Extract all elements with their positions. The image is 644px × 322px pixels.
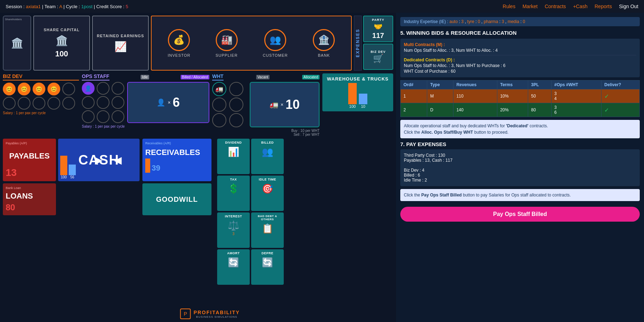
row1-rev: 110 bbox=[453, 89, 497, 103]
biz-dev-title: BIZ DEV bbox=[3, 73, 79, 80]
logo-p: P bbox=[184, 311, 187, 317]
ie-pharma-val: 3 bbox=[502, 19, 504, 24]
receivables-bars: 39 bbox=[145, 159, 209, 173]
cycle-val: 1post bbox=[81, 4, 92, 9]
receivables-label: RECEIVABLES bbox=[145, 148, 209, 157]
th-type: Type bbox=[427, 80, 453, 89]
check-2: ✓ bbox=[604, 107, 609, 113]
bar2 bbox=[359, 94, 367, 104]
shareholders-icon: 🏛️ bbox=[11, 37, 23, 49]
info1-pre: Allocate operational staff and buy dedic… bbox=[404, 123, 506, 128]
ie-tyre-val: 0 bbox=[478, 19, 480, 24]
ops-person-4 bbox=[82, 96, 95, 109]
tax-card: TAX 💲 bbox=[217, 176, 250, 211]
session-label: Session : bbox=[6, 4, 24, 9]
depre-title: DEPRE bbox=[253, 251, 282, 255]
right-expense-area: WAREHOUSE & TRUCKS 100 10 bbox=[322, 73, 393, 137]
row2-type: D bbox=[427, 103, 453, 117]
wht-3 bbox=[212, 98, 226, 112]
party-panel: PARTY 🤝 117 bbox=[363, 16, 393, 42]
row1-ord: 1 bbox=[401, 89, 427, 103]
nav-contracts[interactable]: Contracts bbox=[545, 4, 566, 9]
row1-pl3: 50 bbox=[528, 89, 551, 103]
th-terms: Terms bbox=[497, 80, 528, 89]
info-box-2: Click the Pay Ops Staff Billed button to… bbox=[400, 189, 640, 201]
arrow-right-icon: ▶ bbox=[95, 154, 103, 166]
exp-line2: Payables : 13, Cash : 117 bbox=[404, 158, 636, 163]
bar1-val: 100 bbox=[349, 104, 356, 109]
info1-dedicated: 'Dedicated' bbox=[506, 123, 529, 128]
bizdev-right-icon: 🛒 bbox=[373, 54, 384, 63]
row2-pl3: 80 bbox=[528, 103, 551, 117]
ie-sep3: , bbox=[505, 19, 508, 24]
wht-content: 🚛 🚛 × 10 bbox=[212, 82, 320, 127]
wht-allocated-icon: 🚛 bbox=[270, 100, 278, 109]
dedicated-text1: Num Ops Staff to Alloc. : 3, Num WHT to … bbox=[404, 63, 636, 68]
loans-value: 80 bbox=[6, 202, 53, 212]
pay-ops-staff-billed-button[interactable]: Pay Ops Staff Billed bbox=[400, 207, 640, 222]
ie-auto-label: auto bbox=[450, 19, 458, 24]
tax-title: TAX bbox=[219, 178, 248, 181]
cash-box: 100 56 ▶ CASH ◀ bbox=[58, 139, 140, 181]
th-revenues: Revenues bbox=[453, 80, 497, 89]
ie-tyre-sep: : bbox=[475, 19, 478, 24]
amort-title: AMORT bbox=[219, 251, 248, 255]
exp-line4: Billed : 6 bbox=[404, 173, 636, 178]
ops-header: OPS STAFF Idle Billed / Allocated bbox=[82, 73, 209, 80]
rec-bar bbox=[145, 159, 150, 173]
exp-line5: Idle Time : 2 bbox=[404, 178, 636, 183]
investor-label: INVESTOR bbox=[168, 53, 190, 57]
cycle-label: | Cycle : bbox=[63, 4, 81, 9]
th-ord: Ord# bbox=[401, 80, 427, 89]
receivables-value: 39 bbox=[152, 163, 160, 173]
logo-sub: BUSINESS SIMULATIONS bbox=[193, 315, 240, 318]
arrow-left-icon: ◀ bbox=[114, 154, 122, 166]
cash-bar1 bbox=[60, 156, 67, 175]
info1b-post: button to proceed. bbox=[474, 130, 509, 135]
party-panel-title: PARTY bbox=[372, 18, 384, 22]
party-num: 117 bbox=[372, 32, 384, 40]
person-9 bbox=[47, 97, 60, 110]
cash-bar2 bbox=[69, 165, 76, 175]
session-info: Session : axiata1 | Team : A | Cycle : 1… bbox=[6, 4, 128, 9]
exp-line1: Third Party Cost : 130 bbox=[404, 153, 636, 158]
info-box-1: Allocate operational staff and buy dedic… bbox=[400, 120, 640, 138]
multi-label: Multi Contracts (M) : bbox=[404, 42, 636, 47]
logo-area: P PROFITABILITY BUSINESS SIMULATIONS bbox=[180, 309, 240, 319]
wht-6 bbox=[229, 113, 243, 127]
payables-box: Payables (A/P) PAYABLES 13 bbox=[3, 139, 56, 181]
idle-time-card: IDLE TIME 🎯 bbox=[251, 176, 284, 211]
billed-icon: 👥 bbox=[253, 146, 282, 157]
nav-signout[interactable]: Sign Out bbox=[619, 4, 638, 9]
billed-card: BILLED 👥 bbox=[251, 139, 284, 174]
bank-loan-label: Bank Loan bbox=[6, 186, 53, 190]
bottom-row: Payables (A/P) PAYABLES 13 100 bbox=[3, 139, 393, 285]
financial-boxes: Payables (A/P) PAYABLES 13 100 bbox=[3, 139, 140, 285]
expenses-info-box: Third Party Cost : 130 Payables : 13, Ca… bbox=[400, 149, 640, 186]
top-financial: Payables (A/P) PAYABLES 13 100 bbox=[3, 139, 140, 181]
nav-rules[interactable]: Rules bbox=[503, 4, 515, 9]
receivables-area: Receivables (A/R) RECEIVABLES 39 GOODWIL… bbox=[142, 139, 211, 285]
allocated-tag: Allocated bbox=[302, 75, 320, 79]
loans-box: Bank Loan LOANS 80 bbox=[3, 183, 56, 215]
right-panel: Industry Expertise (IE) : auto : 3 , tyr… bbox=[396, 13, 644, 322]
wht-5 bbox=[212, 113, 226, 127]
vacant-tag: Vacant bbox=[256, 75, 270, 79]
th-deliver: Deliver? bbox=[601, 80, 640, 89]
row2-deliver: ✓ bbox=[601, 103, 640, 117]
nav-reports[interactable]: Reports bbox=[594, 4, 612, 9]
ops-idle-grid: 👤 bbox=[82, 82, 125, 123]
party-bank: 🏦 BANK bbox=[313, 29, 335, 57]
staff-section: BIZ DEV 😊 😊 😊 😊 Salary : 1 per pax per c… bbox=[3, 73, 393, 137]
share-capital-title: SHARE CAPITAL bbox=[44, 28, 79, 32]
share-capital-icon: 🏛️ bbox=[56, 35, 68, 46]
ie-media-label: media bbox=[508, 19, 519, 24]
warehouse-box: WAREHOUSE & TRUCKS 100 10 bbox=[322, 73, 393, 111]
wht-vacant-grid: 🚛 bbox=[212, 82, 248, 127]
contracts-table: Ord# Type Revenues Terms 3PL #Ops #WHT D… bbox=[400, 80, 640, 117]
goodwill-box: GOODWILL bbox=[142, 183, 211, 215]
nav-market[interactable]: Market bbox=[522, 4, 538, 9]
person-3: 😊 bbox=[33, 83, 45, 95]
dividend-title: DIVIDEND bbox=[219, 141, 248, 144]
nav-cash[interactable]: +Cash bbox=[573, 4, 588, 9]
